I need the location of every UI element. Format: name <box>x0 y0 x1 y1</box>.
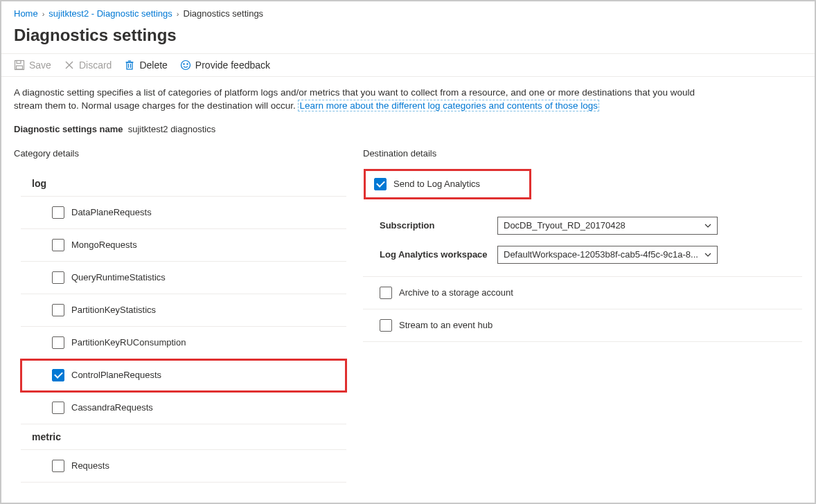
feedback-button[interactable]: Provide feedback <box>180 60 270 71</box>
save-icon <box>14 60 25 71</box>
log-item-label: QueryRuntimeStatistics <box>71 272 166 282</box>
log-checkbox[interactable] <box>52 304 64 316</box>
breadcrumb-resource[interactable]: sujitktest2 - Diagnostic settings <box>48 8 172 19</box>
metric-checkbox[interactable] <box>52 460 64 472</box>
discard-button[interactable]: Discard <box>64 60 112 71</box>
chevron-down-icon <box>704 251 711 258</box>
svg-rect-5 <box>127 62 132 69</box>
archive-row[interactable]: Archive to a storage account <box>363 277 802 309</box>
svg-point-10 <box>181 61 190 70</box>
log-item-label: PartitionKeyRUConsumption <box>71 337 186 348</box>
log-item-cassandrarequests[interactable]: CassandraRequests <box>21 392 346 424</box>
description-text: A diagnostic setting specifies a list of… <box>14 87 720 113</box>
log-checkbox[interactable] <box>52 206 64 219</box>
category-details-title: Category details <box>14 148 346 159</box>
send-log-analytics-row[interactable]: Send to Log Analytics <box>366 171 529 197</box>
svg-rect-2 <box>17 66 23 69</box>
subscription-label: Subscription <box>380 220 489 231</box>
breadcrumb-home[interactable]: Home <box>14 8 38 19</box>
chevron-right-icon: › <box>177 10 179 18</box>
log-item-partitionkeystatistics[interactable]: PartitionKeyStatistics <box>21 294 346 327</box>
workspace-dropdown[interactable]: DefaultWorkspace-12053b8f-cab5-4f5c-9c1a… <box>497 246 718 264</box>
smile-icon <box>180 60 191 71</box>
delete-button[interactable]: Delete <box>124 60 167 71</box>
toolbar: Save Discard Delete Provide feedback <box>1 53 815 77</box>
chevron-right-icon: › <box>42 10 45 18</box>
log-item-label: MongoRequests <box>71 240 137 250</box>
metric-item-label: Requests <box>71 460 109 471</box>
stream-checkbox[interactable] <box>380 319 392 332</box>
log-item-partitionkeyruconsumption[interactable]: PartitionKeyRUConsumption <box>21 327 346 359</box>
svg-point-12 <box>187 64 188 64</box>
page-title: Diagnostics settings <box>1 23 815 53</box>
chevron-down-icon <box>704 222 711 229</box>
log-item-queryruntimestatistics[interactable]: QueryRuntimeStatistics <box>21 262 346 294</box>
log-item-label: ControlPlaneRequests <box>71 370 161 380</box>
archive-label: Archive to a storage account <box>399 287 513 298</box>
setting-name-label: Diagnostic settings name <box>14 124 123 134</box>
log-checkbox[interactable] <box>52 271 64 284</box>
log-item-mongorequests[interactable]: MongoRequests <box>21 229 346 262</box>
log-item-label: PartitionKeyStatistics <box>71 305 156 315</box>
metric-item-requests[interactable]: Requests <box>21 450 346 483</box>
setting-name-value: sujitktest2 diagnostics <box>128 124 215 134</box>
stream-label: Stream to an event hub <box>399 320 493 330</box>
svg-rect-1 <box>17 61 21 64</box>
send-log-analytics-label: Send to Log Analytics <box>393 179 480 189</box>
log-item-controlplanerequests[interactable]: ControlPlaneRequests <box>21 359 346 392</box>
archive-checkbox[interactable] <box>380 287 392 299</box>
setting-name-row: Diagnostic settings name sujitktest2 dia… <box>14 124 802 134</box>
breadcrumb: Home › sujitktest2 - Diagnostic settings… <box>1 1 815 23</box>
log-group-label: log <box>21 171 346 197</box>
log-item-label: DataPlaneRequests <box>71 207 152 217</box>
log-checkbox[interactable] <box>52 402 64 414</box>
breadcrumb-current: Diagnostics settings <box>184 8 264 19</box>
close-icon <box>64 60 75 71</box>
save-button[interactable]: Save <box>14 60 51 71</box>
workspace-label: Log Analytics workspace <box>380 249 489 260</box>
log-checkbox[interactable] <box>52 369 64 381</box>
svg-point-11 <box>184 64 184 64</box>
stream-row[interactable]: Stream to an event hub <box>363 309 802 342</box>
log-item-dataplanerequests[interactable]: DataPlaneRequests <box>21 197 346 229</box>
metric-group-label: metric <box>21 424 346 450</box>
log-item-label: CassandraRequests <box>71 402 153 413</box>
log-checkbox[interactable] <box>52 239 64 251</box>
send-log-analytics-checkbox[interactable] <box>374 178 387 190</box>
log-checkbox[interactable] <box>52 336 64 349</box>
trash-icon <box>124 60 135 71</box>
learn-more-link[interactable]: Learn more about the different log categ… <box>298 100 599 111</box>
destination-details-title: Destination details <box>363 148 802 159</box>
subscription-dropdown[interactable]: DocDB_Tryout_RD_20170428 <box>497 217 718 235</box>
